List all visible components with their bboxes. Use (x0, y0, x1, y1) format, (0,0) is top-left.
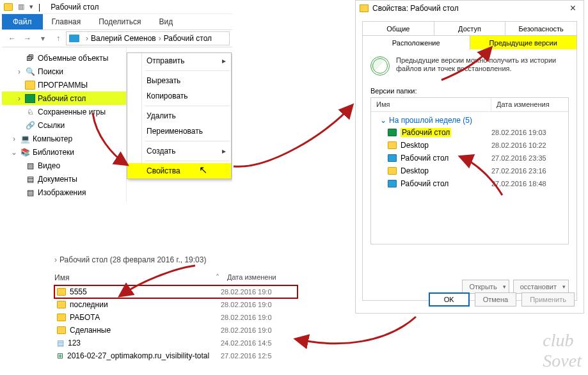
file-list-row[interactable]: ▤12324.02.2016 14:5 (54, 337, 298, 349)
version-item[interactable]: Desktop27.02.2016 23:16 (371, 164, 568, 177)
file-date: 28.02.2016 19:0 (221, 288, 272, 296)
crumb[interactable]: Валерий Семенов (91, 34, 156, 43)
file-list-row[interactable]: последнии28.02.2016 19:0 (54, 298, 298, 311)
submenu-arrow-icon: ▸ (217, 147, 231, 156)
sidebar-item[interactable]: ›💻Компьютер (2, 132, 126, 145)
tab-security[interactable]: Безопасность (505, 22, 576, 36)
dialog-titlebar: Свойства: Рабочий стол × (356, 1, 584, 16)
sidebar-item[interactable]: ›Рабочий стол (2, 92, 126, 105)
version-name: Desktop (401, 166, 429, 175)
apply-button[interactable]: Применить (521, 292, 575, 307)
chevron-icon[interactable]: › (8, 134, 20, 143)
folder-icon (360, 4, 369, 12)
folder-icon (388, 141, 397, 149)
chevron-icon[interactable]: ⌄ (8, 148, 20, 157)
sidebar-item[interactable]: ▤Документы (2, 172, 126, 186)
file-list[interactable]: 555528.02.2016 19:0последнии28.02.2016 1… (54, 285, 298, 362)
version-actions: Открыть осстановит (462, 280, 569, 294)
qat-button[interactable]: ▥ (18, 3, 24, 11)
crumb[interactable]: Рабочий стол (164, 34, 212, 43)
sidebar-item[interactable]: ♘Сохраненные игры (2, 105, 126, 118)
versions-list[interactable]: Имя Дата изменения ⌄ На прошлой неделе (… (370, 97, 569, 244)
version-item[interactable]: Рабочий стол27.02.2016 23:35 (371, 152, 568, 164)
folder-icon (57, 288, 66, 296)
folder-icon (388, 180, 397, 188)
previous-versions-icon (370, 56, 390, 76)
pc-icon (69, 35, 79, 42)
file-date: 28.02.2016 19:0 (221, 314, 272, 321)
version-item[interactable]: Desktop28.02.2016 10:22 (371, 139, 568, 152)
version-date: 27.02.2016 23:35 (491, 154, 568, 162)
col-date[interactable]: Дата изменения (491, 98, 568, 111)
ctx-rename[interactable]: Переименовать (127, 124, 231, 139)
col-name[interactable]: Имя˄ (54, 271, 227, 285)
excel-icon: ⊞ (57, 351, 63, 360)
ctx-new[interactable]: Создать▸ (127, 143, 231, 159)
restore-button[interactable]: осстановит (513, 280, 569, 294)
breadcrumb[interactable]: › Рабочий стол (28 февраля 2016 г., 19:0… (54, 253, 298, 267)
cancel-button[interactable]: Отмена (475, 292, 516, 307)
chevron-icon[interactable]: › (13, 67, 25, 76)
dialog-body: Предыдущие версии можно получить из исто… (362, 50, 577, 301)
ctx-delete[interactable]: Удалить (127, 108, 231, 124)
sidebar-item[interactable]: ▤Видео (2, 159, 126, 172)
tab-sharing[interactable]: Доступ (434, 22, 506, 36)
ctx-copy[interactable]: Копировать (127, 88, 231, 104)
qat-button[interactable]: ▾ (29, 3, 33, 11)
file-list-row[interactable]: Сделанные28.02.2016 19:0 (54, 324, 298, 337)
file-list-row[interactable]: ⊞2016-02-27_optimakomp.ru_visibility-tot… (54, 349, 298, 362)
green-icon (25, 94, 35, 103)
sidebar-item-label: ПРОГРАММЫ (38, 81, 88, 90)
version-item[interactable]: Рабочий стол27.02.2016 18:48 (371, 177, 568, 190)
nav-back[interactable]: ← (4, 31, 20, 46)
ctx-cut[interactable]: Вырезать (127, 73, 231, 88)
file-list-row[interactable]: РАБОТА28.02.2016 19:0 (54, 311, 298, 324)
version-item[interactable]: Рабочий стол28.02.2016 19:03 (371, 126, 568, 139)
file-name: 2016-02-27_optimakomp.ru_visibility-tota… (67, 351, 209, 360)
file-name: 5555 (70, 287, 87, 296)
tab-home[interactable]: Главная (43, 14, 90, 29)
context-menu: Отправить▸ Вырезать Копировать Удалить П… (127, 52, 232, 179)
group-header[interactable]: ⌄ На прошлой неделе (5) (371, 112, 568, 126)
version-name: Рабочий стол (401, 154, 449, 163)
version-date: 28.02.2016 19:03 (491, 129, 568, 136)
sidebar-item[interactable]: ▤Изображения (2, 186, 126, 199)
tab-file[interactable]: Файл (2, 14, 43, 29)
nav-forward[interactable]: → (20, 31, 35, 46)
open-button[interactable]: Открыть (462, 280, 509, 294)
tab-location[interactable]: Расположение (363, 36, 470, 50)
col-name[interactable]: Имя (371, 98, 491, 111)
folder-icon (388, 167, 397, 175)
column-headers: Имя˄ Дата изменени (54, 271, 298, 285)
ctx-properties[interactable]: Свойства (127, 163, 231, 179)
sidebar-item[interactable]: 🗊Объемные объекты (2, 51, 126, 65)
ok-button[interactable]: OK (429, 292, 470, 307)
search-icon: 🔍 (25, 67, 35, 76)
dialog-title: Свойства: Рабочий стол (372, 4, 562, 13)
nav-toolbar: ← → ▾ ↑ › Валерий Семенов › Рабочий стол (2, 29, 232, 47)
links-icon: 🔗 (25, 121, 35, 130)
breadcrumb[interactable]: › Валерий Семенов › Рабочий стол (66, 31, 230, 45)
nav-recent[interactable]: ▾ (35, 31, 51, 46)
sidebar-item-label: Видео (38, 161, 60, 170)
sidebar-item-label: Библиотеки (33, 148, 74, 157)
sidebar-item[interactable]: ⌄📚Библиотеки (2, 145, 126, 159)
tab-share[interactable]: Поделиться (90, 14, 150, 29)
sidebar-item[interactable]: ›🔍Поиски (2, 65, 126, 78)
dialog-close-button[interactable]: × (566, 3, 580, 14)
tab-general[interactable]: Общие (363, 22, 434, 36)
nav-tree[interactable]: 🗊Объемные объекты›🔍ПоискиПРОГРАММЫ›Рабоч… (2, 47, 127, 203)
video-icon: ▤ (25, 161, 35, 170)
col-date[interactable]: Дата изменени (227, 271, 276, 285)
sidebar-item[interactable]: ПРОГРАММЫ (2, 78, 126, 92)
nav-up[interactable]: ↑ (51, 31, 66, 46)
file-date: 27.02.2016 12:5 (221, 352, 272, 360)
tab-previous-versions[interactable]: Предыдущие версии (470, 36, 577, 50)
sidebar-item[interactable]: 🔗Ссылки (2, 118, 126, 132)
chevron-icon[interactable]: › (13, 94, 25, 103)
folder-icon (57, 314, 66, 321)
file-list-row[interactable]: 555528.02.2016 19:0 (54, 285, 298, 298)
file-icon: ▤ (57, 339, 64, 347)
ctx-send-to[interactable]: Отправить▸ (127, 53, 231, 68)
tab-view[interactable]: Вид (150, 14, 182, 29)
